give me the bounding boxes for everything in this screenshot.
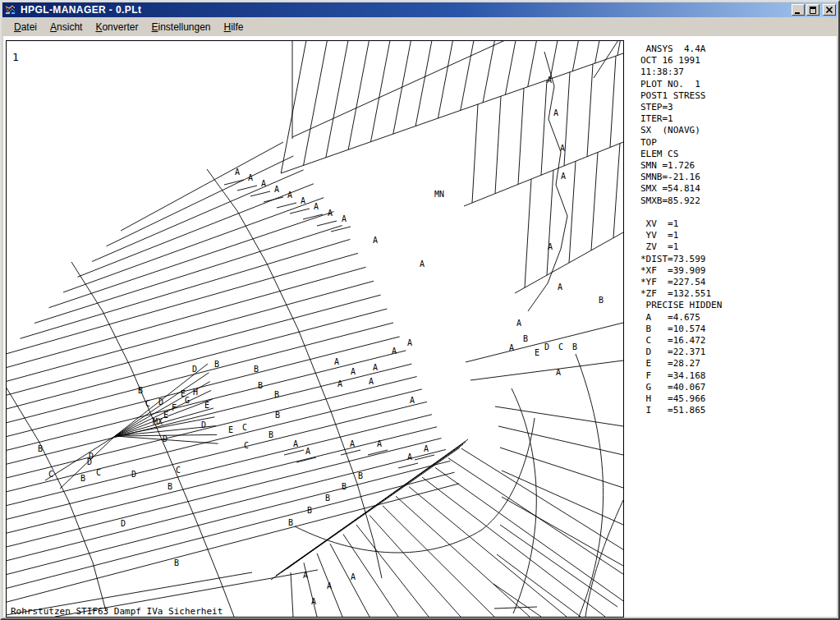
maximize-icon — [808, 5, 818, 15]
contour-letter: D — [544, 342, 549, 351]
contour-letter: H — [193, 388, 198, 397]
contour-letter: MX — [153, 417, 163, 426]
minimize-icon — [793, 5, 803, 15]
info-line: D =22.371 — [640, 347, 722, 358]
menu-bar: DateiAnsichtKonverterEinstellungenHilfe — [2, 18, 838, 35]
info-line: ELEM CS — [640, 149, 722, 160]
contour-letter: B — [572, 342, 577, 351]
contour-letter: D — [121, 519, 126, 528]
contour-letter: B — [80, 474, 85, 483]
contour-letter: A — [407, 452, 412, 462]
contour-letter: A — [373, 236, 378, 245]
contour-letter: A — [424, 444, 429, 453]
contour-letter: A — [287, 191, 292, 200]
menu-item-ansicht[interactable]: Ansicht — [44, 20, 89, 34]
contour-letter: A — [407, 338, 412, 347]
info-line: 11:38:37 — [640, 67, 722, 78]
contour-letter: B — [214, 360, 219, 369]
contour-letter: E — [535, 348, 539, 357]
close-icon — [824, 5, 834, 15]
info-line: POST1 STRESS — [640, 90, 722, 102]
info-line: G =40.067 — [640, 382, 722, 393]
info-line: *DIST=73.599 — [640, 254, 722, 265]
contour-letter: C — [242, 423, 247, 432]
contour-letter: A — [327, 581, 332, 590]
contour-letter: B — [269, 430, 273, 439]
info-line: XV =1 — [640, 218, 722, 230]
contour-letter: D — [192, 365, 197, 374]
info-line: SMNB=-21.16 — [640, 172, 722, 183]
contour-letter: D — [201, 420, 206, 429]
contour-letter: D — [87, 457, 92, 466]
close-button[interactable] — [823, 4, 836, 16]
info-line: I =51.865 — [640, 405, 722, 416]
contour-letter: A — [560, 144, 565, 153]
info-line: STEP=3 — [640, 102, 722, 113]
plot-caption: Rohrstutzen STIF63 Dampf IVa Sicherheit — [11, 606, 223, 617]
info-line: F =34.168 — [640, 370, 722, 382]
contour-letter: B — [523, 334, 528, 343]
contour-letter: A — [548, 242, 553, 251]
app-icon[interactable] — [4, 3, 17, 16]
menu-item-datei[interactable]: Datei — [7, 20, 44, 34]
contour-letter: A — [235, 168, 240, 177]
info-line: H =45.966 — [640, 393, 722, 405]
contour-letter: A — [293, 439, 298, 448]
menu-item-konverter[interactable]: Konverter — [89, 20, 145, 34]
contour-letter: B — [254, 365, 259, 374]
window-controls — [792, 4, 836, 16]
contour-letter: B — [358, 471, 363, 480]
contour-letter: A — [305, 447, 310, 456]
contour-letter: F — [172, 403, 177, 412]
contour-letter: C — [244, 441, 249, 450]
minimize-button[interactable] — [792, 4, 805, 16]
info-line: ANSYS 4.4A — [640, 44, 722, 55]
title-bar[interactable]: HPGL-MANAGER - 0.PLt — [2, 2, 838, 17]
contour-letter: E — [163, 411, 168, 420]
contour-letter: C — [48, 470, 53, 479]
mesh-lines — [6, 40, 624, 617]
contour-letter: A — [392, 347, 397, 356]
info-line: SMX =54.814 — [640, 183, 722, 195]
info-line: B =10.574 — [640, 324, 722, 335]
contour-letter: B — [168, 482, 172, 491]
contour-letter: A — [373, 363, 378, 372]
contour-letter: A — [351, 367, 356, 376]
contour-letter: B — [38, 444, 43, 453]
info-line: SMN =1.726 — [640, 160, 722, 172]
contour-letter: E — [204, 401, 209, 410]
contour-letter: A — [351, 572, 356, 581]
contour-letter: B — [258, 381, 263, 390]
contour-letter: A — [303, 571, 308, 580]
client-area: AAAAAAAAAAAAAAAAABABAEDCBAAAAAAAAABCDEHG… — [3, 36, 837, 617]
contour-letter: A — [311, 597, 316, 606]
info-line: *YF =227.54 — [640, 277, 722, 288]
contour-letter: A — [248, 173, 253, 182]
info-line: SX (NOAVG) — [640, 125, 722, 136]
contour-letter: A — [558, 282, 562, 292]
contour-letter: A — [420, 259, 425, 269]
info-line: *XF =39.909 — [640, 265, 722, 277]
info-line: OCT 16 1991 — [640, 55, 722, 67]
plot-area: AAAAAAAAAAAAAAAAABABAEDCBAAAAAAAAABCDEHG… — [6, 40, 624, 618]
contour-letter: A — [553, 108, 558, 117]
contour-letter: A — [547, 76, 552, 85]
contour-letter: B — [288, 518, 293, 527]
contour-letter: A — [337, 379, 342, 388]
contour-letter: B — [275, 411, 280, 420]
contour-letter: B — [599, 296, 604, 305]
contour-letter: B — [274, 390, 279, 399]
ansys-info-panel: ANSYS 4.4AOCT 16 199111:38:37PLOT NO. 1P… — [640, 44, 722, 417]
contour-letter: A — [509, 343, 514, 352]
contour-letter: B — [138, 386, 143, 395]
contour-letter: A — [314, 202, 319, 211]
maximize-button[interactable] — [806, 4, 819, 16]
contour-letter: A — [556, 368, 561, 377]
contour-letter: B — [307, 506, 312, 515]
contour-letter: C — [558, 342, 563, 351]
contour-letter: A — [261, 179, 266, 188]
contour-letter: A — [334, 357, 339, 366]
menu-item-einstellungen[interactable]: Einstellungen — [145, 20, 217, 34]
plot-canvas: AAAAAAAAAAAAAAAAABABAEDCBAAAAAAAAABCDEHG… — [6, 40, 624, 618]
menu-item-hilfe[interactable]: Hilfe — [218, 20, 250, 34]
